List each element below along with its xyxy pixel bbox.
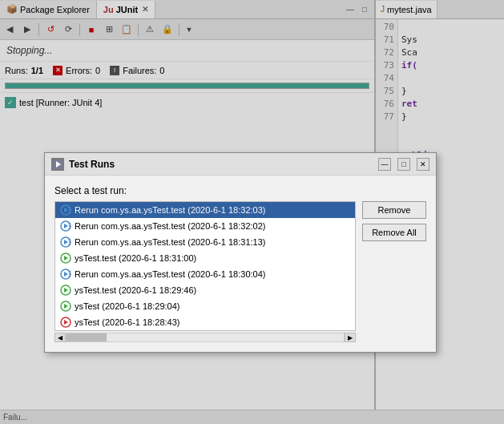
run-item-text: ysTest (2020-6-1 18:29:04) [75,301,179,311]
run-icon [60,301,71,312]
dialog-title: Test Runs [69,159,372,170]
svg-marker-7 [64,240,68,244]
svg-marker-9 [64,256,68,260]
h-scroll-track[interactable] [66,333,345,342]
run-item[interactable]: ysTest.test (2020-6-1 18:31:00) [55,250,355,266]
run-item-text: ysTest.test (2020-6-1 18:29:46) [75,285,196,295]
test-runs-list[interactable]: Rerun com.ys.aa.ysTest.test (2020-6-1 18… [54,201,356,331]
test-runs-dialog: Test Runs — □ ✕ Select a test run: Rerun… [44,152,437,353]
dialog-close-btn[interactable]: ✕ [417,158,429,171]
svg-marker-13 [64,288,68,293]
dialog-label: Select a test run: [54,185,426,196]
run-item-text: Rerun com.ys.aa.ysTest.test (2020-6-1 18… [75,269,265,279]
svg-marker-11 [64,272,68,277]
run-item[interactable]: Rerun com.ys.aa.ysTest.test (2020-6-1 18… [55,234,355,250]
run-item[interactable]: Rerun com.ys.aa.ysTest.test (2020-6-1 18… [55,218,355,234]
run-icon [60,252,71,264]
svg-marker-5 [64,224,68,228]
dialog-titlebar: Test Runs — □ ✕ [45,153,436,176]
run-icon [60,220,71,232]
scroll-left-btn[interactable]: ◀ [54,333,66,342]
run-item-text: Rerun com.ys.aa.ysTest.test (2020-6-1 18… [75,237,265,247]
svg-marker-3 [64,208,68,212]
run-icon [60,285,71,296]
svg-marker-17 [64,320,68,325]
run-item[interactable]: ysTest (2020-6-1 18:29:04) [55,298,355,314]
run-item[interactable]: ysTest (2020-6-1 18:28:43) [55,314,355,330]
run-item-text: ysTest (2020-6-1 18:28:43) [75,317,179,327]
dialog-content: Rerun com.ys.aa.ysTest.test (2020-6-1 18… [54,201,426,342]
dialog-minimize-btn[interactable]: — [378,158,391,171]
remove-button[interactable]: Remove [362,201,426,219]
dialog-body: Select a test run: Rerun com.ys.aa.ysTes… [45,176,436,352]
scroll-right-btn[interactable]: ▶ [345,333,356,342]
run-item[interactable]: Rerun com.ys.aa.ysTest.test (2020-6-1 18… [55,202,355,218]
horizontal-scrollbar-area: ◀ ▶ [54,333,356,342]
run-icon [60,236,71,248]
run-item-text: Rerun com.ys.aa.ysTest.test (2020-6-1 18… [75,205,265,215]
dialog-icon [51,158,64,171]
run-item-text: Rerun com.ys.aa.ysTest.test (2020-6-1 18… [75,221,265,231]
dialog-buttons: Remove Remove All [362,201,426,342]
run-item-text: ysTest.test (2020-6-1 18:31:00) [75,253,196,263]
h-scroll-thumb[interactable] [67,333,107,341]
svg-marker-15 [64,304,68,309]
run-item[interactable]: Rerun com.ys.aa.ysTest.test (2020-6-1 18… [55,266,355,282]
run-icon [60,317,71,328]
run-item[interactable]: ysTest.test (2020-6-1 18:29:46) [55,282,355,298]
run-icon [60,269,71,280]
remove-all-button[interactable]: Remove All [362,224,426,241]
dialog-maximize-btn[interactable]: □ [397,158,410,171]
run-icon [60,204,71,216]
